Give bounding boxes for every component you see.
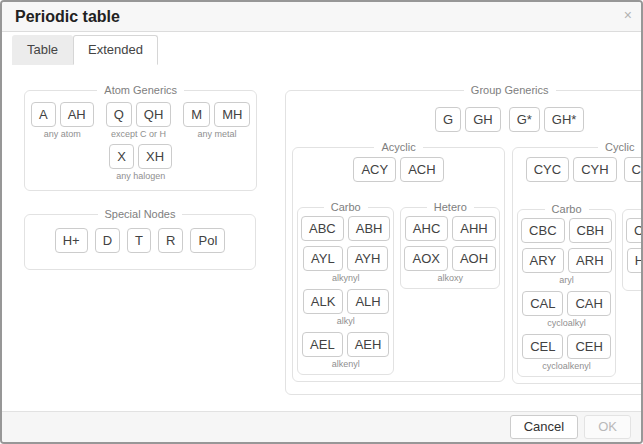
button-mh[interactable]: MH	[214, 102, 250, 127]
caption-cycloalkyl: cycloalkyl	[547, 318, 586, 329]
pair-aryl: ARY ARH aryl	[521, 248, 612, 286]
button-cxx[interactable]: CXX	[624, 157, 643, 182]
button-cbc[interactable]: CBC	[521, 218, 564, 243]
button-aoh[interactable]: AOH	[452, 246, 496, 271]
cyclic-fieldset: Cyclic CYC CYH CXX	[512, 141, 643, 384]
button-ceh[interactable]: CEH	[567, 334, 610, 359]
button-a[interactable]: A	[31, 102, 56, 127]
pair-cycloalkenyl: CEL CEH cycloalkenyl	[521, 334, 612, 372]
pair-any-halogen: X XH any halogen	[109, 144, 172, 182]
pair-alkenyl: AEL AEH alkenyl	[301, 332, 390, 370]
acyclic-subcolumns: Carbo ABC ABH AYL	[297, 201, 500, 375]
pair-cycloalkyl: CAL CAH cycloalkyl	[521, 291, 612, 329]
button-arh[interactable]: ARH	[568, 248, 611, 273]
special-nodes-legend: Special Nodes	[98, 208, 183, 220]
dialog-footer: Cancel OK	[2, 411, 641, 442]
acyclic-legend: Acyclic	[374, 141, 422, 153]
caption-alkenyl: alkenyl	[332, 359, 360, 370]
button-ayl[interactable]: AYL	[303, 246, 343, 271]
group-generics-fieldset: Group Generics G GH G* GH* Acyclic	[285, 84, 643, 395]
button-ayh[interactable]: AYH	[347, 246, 389, 271]
button-xh[interactable]: XH	[138, 144, 172, 169]
pair-except-c-or-h: Q QH except C or H	[106, 102, 172, 140]
button-x[interactable]: X	[109, 144, 134, 169]
button-ary[interactable]: ARY	[522, 248, 565, 273]
tab-bar: TableExtended	[2, 32, 641, 65]
button-g[interactable]: G	[435, 107, 461, 132]
cyclic-top-row: CYC CYH CXX CXH no carbon	[517, 157, 643, 199]
caption-aryl: aryl	[559, 275, 574, 286]
button-har[interactable]: HAR	[627, 248, 643, 273]
caption-any-halogen: any halogen	[116, 171, 165, 182]
periodic-table-dialog: Periodic table × TableExtended Atom Gene…	[0, 0, 643, 444]
button-q[interactable]: Q	[106, 102, 132, 127]
button-gh[interactable]: GH	[465, 107, 501, 132]
button-acy[interactable]: ACY	[353, 157, 396, 182]
pair-alkynyl: AYL AYH alkynyl	[301, 246, 390, 284]
acyclic-top-pair: ACY ACH	[297, 157, 500, 197]
button-r[interactable]: R	[158, 228, 183, 253]
tab-table[interactable]: Table	[12, 35, 73, 65]
special-nodes-fieldset: Special Nodes H+ D T R Pol	[24, 208, 256, 270]
dialog-header: Periodic table ×	[2, 2, 641, 32]
cyclic-subcolumns: Carbo CBC CBH ARY	[517, 203, 643, 377]
left-column: Atom Generics A AH any atom Q QH	[24, 84, 256, 270]
cancel-button[interactable]: Cancel	[510, 415, 578, 439]
button-cbh[interactable]: CBH	[569, 218, 612, 243]
button-aox[interactable]: AOX	[404, 246, 447, 271]
button-aeh[interactable]: AEH	[347, 332, 390, 357]
pair-any-metal: M MH any metal	[183, 102, 250, 140]
button-cal[interactable]: CAL	[522, 291, 563, 316]
button-cyh[interactable]: CYH	[573, 157, 616, 182]
atom-generics-row-1: A AH any atom Q QH except C or H	[31, 102, 250, 144]
button-alk[interactable]: ALK	[303, 289, 344, 314]
button-gh-star[interactable]: GH*	[544, 107, 585, 132]
button-alh[interactable]: ALH	[347, 289, 388, 314]
button-chc[interactable]: CHC	[626, 218, 643, 243]
button-g-star[interactable]: G*	[509, 107, 540, 132]
pair-chc: CHC CHH	[626, 218, 643, 243]
atom-generics-fieldset: Atom Generics A AH any atom Q QH	[24, 84, 257, 191]
cyclic-carbo-legend: Carbo	[545, 203, 589, 215]
group-generics-legend: Group Generics	[464, 84, 556, 96]
dialog-title: Periodic table	[15, 8, 120, 25]
caption-any-metal: any metal	[197, 129, 236, 140]
button-ah[interactable]: AH	[60, 102, 94, 127]
button-cel[interactable]: CEL	[522, 334, 563, 359]
ok-button[interactable]: OK	[584, 415, 631, 439]
pair-cbc: CBC CBH	[521, 218, 612, 243]
acyclic-carbo-fieldset: Carbo ABC ABH AYL	[297, 201, 394, 375]
pair-any-atom: A AH any atom	[31, 102, 94, 140]
button-ach[interactable]: ACH	[400, 157, 443, 182]
button-cah[interactable]: CAH	[567, 291, 610, 316]
acyclic-hetero-fieldset: Hetero AHC AHH AOX	[400, 201, 500, 289]
button-m[interactable]: M	[183, 102, 210, 127]
button-d[interactable]: D	[95, 228, 120, 253]
atom-generics-row-2: X XH any halogen	[31, 144, 250, 186]
dialog-content: Atom Generics A AH any atom Q QH	[2, 65, 641, 411]
group-generics-columns: Acyclic ACY ACH Carbo	[292, 141, 643, 386]
caption-alkyl: alkyl	[337, 316, 355, 327]
button-pol[interactable]: Pol	[190, 228, 225, 253]
button-cyc[interactable]: CYC	[526, 157, 569, 182]
caption-any-atom: any atom	[44, 129, 81, 140]
button-ael[interactable]: AEL	[302, 332, 343, 357]
caption-cycloalkenyl: cycloalkenyl	[542, 361, 591, 372]
pair-hetero-aryl: HAR HAH hetero aryl	[626, 248, 643, 286]
button-ahc[interactable]: AHC	[405, 216, 448, 241]
tab-extended[interactable]: Extended	[73, 35, 158, 65]
button-ahh[interactable]: AHH	[452, 216, 495, 241]
group-generics-top-row: G GH G* GH*	[292, 107, 643, 132]
special-nodes-row: H+ D T R Pol	[31, 228, 249, 253]
close-icon[interactable]: ×	[624, 8, 632, 22]
acyclic-fieldset: Acyclic ACY ACH Carbo	[292, 141, 505, 382]
button-t[interactable]: T	[127, 228, 151, 253]
button-qh[interactable]: QH	[136, 102, 172, 127]
pair-ahc: AHC AHH	[404, 216, 496, 241]
pair-cyc: CYC CYH	[526, 157, 617, 195]
button-abc[interactable]: ABC	[301, 216, 344, 241]
pair-no-carbon: CXX CXH no carbon	[624, 157, 643, 195]
button-abh[interactable]: ABH	[348, 216, 391, 241]
button-h-plus[interactable]: H+	[55, 228, 88, 253]
pair-alkyl: ALK ALH alkyl	[301, 289, 390, 327]
